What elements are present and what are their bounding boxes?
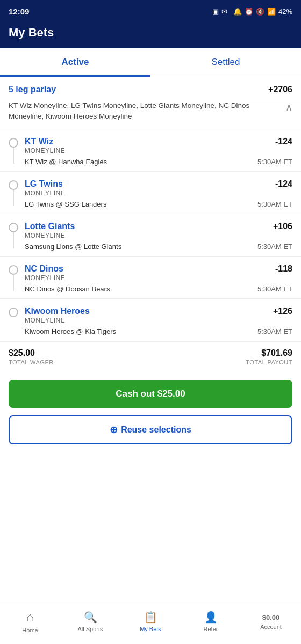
nav-item-my-bets[interactable]: 📋 My Bets xyxy=(120,611,181,632)
bet-item-3: NC Dinos -118 MONEYLINE NC Dinos @ Doosa… xyxy=(0,257,301,299)
battery-percent: 42% xyxy=(278,8,292,16)
bet-type-4: MONEYLINE xyxy=(25,317,292,324)
search-icon: 🔍 xyxy=(84,611,97,624)
wager-col: $25.00 TOTAL WAGER xyxy=(9,348,54,365)
bet-odds-0: -124 xyxy=(275,137,292,147)
bet-time-4: 5:30AM ET xyxy=(257,327,292,335)
reuse-selections-button[interactable]: ⊕ Reuse selections xyxy=(9,415,292,444)
bet-content-3: NC Dinos -118 MONEYLINE NC Dinos @ Doosa… xyxy=(25,264,292,293)
nav-item-home[interactable]: ⌂ Home xyxy=(0,610,60,633)
bet-connector-4 xyxy=(9,306,18,317)
bet-item-0: KT Wiz -124 MONEYLINE KT Wiz @ Hanwha Ea… xyxy=(0,129,301,172)
cashout-button[interactable]: Cash out $25.00 xyxy=(9,380,292,408)
total-wager-label: TOTAL WAGER xyxy=(9,359,54,365)
bet-matchup-2: Samsung Lions @ Lotte Giants xyxy=(25,243,121,251)
bet-item-4: Kiwoom Heroes +126 MONEYLINE Kiwoom Hero… xyxy=(0,299,301,341)
bet-odds-4: +126 xyxy=(273,306,292,316)
bet-type-1: MONEYLINE xyxy=(25,189,292,197)
status-icons: ▣ ✉ 🔔 ⏰ 🔇 📶 42% xyxy=(212,8,292,16)
total-payout-amount: $701.69 xyxy=(261,348,292,358)
bet-time-1: 5:30AM ET xyxy=(257,200,292,208)
nav-item-all-sports[interactable]: 🔍 All Sports xyxy=(60,611,120,632)
nav-item-refer[interactable]: 👤 Refer xyxy=(181,611,241,632)
parlay-odds: +2706 xyxy=(268,85,292,94)
refer-icon: 👤 xyxy=(204,611,218,624)
bet-circle-3 xyxy=(9,265,18,275)
bet-top-row-4: Kiwoom Heroes +126 xyxy=(25,306,292,316)
bet-type-2: MONEYLINE xyxy=(25,232,292,239)
tabs-container: Active Settled xyxy=(0,48,301,77)
plus-icon: ⊕ xyxy=(110,424,118,436)
bet-team-1: LG Twins xyxy=(25,179,63,189)
bet-team-2: Lotte Giants xyxy=(25,222,75,231)
bet-type-3: MONEYLINE xyxy=(25,274,292,282)
bet-connector-0 xyxy=(9,137,18,164)
battery-label: 🔔 xyxy=(233,8,242,16)
bet-time-2: 5:30AM ET xyxy=(257,243,292,251)
bet-matchup-row-4: Kiwoom Heroes @ Kia Tigers 5:30AM ET xyxy=(25,327,292,335)
bet-content-4: Kiwoom Heroes +126 MONEYLINE Kiwoom Hero… xyxy=(25,306,292,335)
account-icon: $0.00 xyxy=(262,613,280,621)
tab-settled[interactable]: Settled xyxy=(150,48,301,77)
bet-line-2 xyxy=(13,232,14,248)
bet-matchup-1: LG Twins @ SSG Landers xyxy=(25,200,106,208)
nav-label-refer: Refer xyxy=(204,626,218,632)
bet-top-row-0: KT Wiz -124 xyxy=(25,137,292,147)
bet-circle-4 xyxy=(9,308,18,317)
reuse-label: Reuse selections xyxy=(121,425,191,435)
page-title: My Bets xyxy=(9,26,292,40)
bet-odds-1: -124 xyxy=(275,179,292,189)
bet-top-row-1: LG Twins -124 xyxy=(25,179,292,189)
bet-circle-1 xyxy=(9,180,18,190)
status-bar: 12:09 ▣ ✉ 🔔 ⏰ 🔇 📶 42% xyxy=(0,0,301,21)
bet-matchup-row-1: LG Twins @ SSG Landers 5:30AM ET xyxy=(25,200,292,208)
parlay-title: 5 leg parlay xyxy=(9,85,56,94)
payout-col: $701.69 TOTAL PAYOUT xyxy=(246,348,292,365)
bet-connector-1 xyxy=(9,179,18,206)
bet-top-row-3: NC Dinos -118 xyxy=(25,264,292,274)
wifi-icon: 📶 xyxy=(267,8,276,16)
bet-circle-0 xyxy=(9,138,18,148)
bet-line-1 xyxy=(13,190,14,206)
nav-label-all-sports: All Sports xyxy=(77,626,103,632)
sim-icon: ▣ xyxy=(212,8,219,16)
status-time: 12:09 xyxy=(9,7,29,16)
bet-odds-2: +106 xyxy=(273,222,292,231)
bet-item-1: LG Twins -124 MONEYLINE LG Twins @ SSG L… xyxy=(0,172,301,214)
bet-matchup-row-2: Samsung Lions @ Lotte Giants 5:30AM ET xyxy=(25,243,292,251)
bet-line-0 xyxy=(13,148,14,164)
my-bets-icon: 📋 xyxy=(144,611,157,624)
total-wager-amount: $25.00 xyxy=(9,348,54,358)
bet-footer: $25.00 TOTAL WAGER $701.69 TOTAL PAYOUT xyxy=(0,341,301,372)
nav-label-my-bets: My Bets xyxy=(140,626,161,632)
bet-matchup-3: NC Dinos @ Doosan Bears xyxy=(25,285,110,293)
bet-connector-3 xyxy=(9,264,18,291)
bet-matchup-4: Kiwoom Heroes @ Kia Tigers xyxy=(25,327,116,335)
chevron-up-icon[interactable]: ∧ xyxy=(285,101,292,113)
bottom-nav: ⌂ Home 🔍 All Sports 📋 My Bets 👤 Refer $0… xyxy=(0,605,301,644)
bet-matchup-row-0: KT Wiz @ Hanwha Eagles 5:30AM ET xyxy=(25,158,292,166)
alarm-icon: ⏰ xyxy=(245,8,253,16)
bet-matchup-row-3: NC Dinos @ Doosan Bears 5:30AM ET xyxy=(25,285,292,293)
bet-type-0: MONEYLINE xyxy=(25,147,292,155)
mail-icon: ✉ xyxy=(221,8,227,16)
bet-team-4: Kiwoom Heroes xyxy=(25,306,90,316)
tab-active[interactable]: Active xyxy=(0,48,150,77)
bet-content-1: LG Twins -124 MONEYLINE LG Twins @ SSG L… xyxy=(25,179,292,208)
bet-team-0: KT Wiz xyxy=(25,137,53,147)
bet-team-3: NC Dinos xyxy=(25,264,63,274)
nav-label-home: Home xyxy=(22,627,38,633)
total-payout-label: TOTAL PAYOUT xyxy=(246,359,292,365)
bet-top-row-2: Lotte Giants +106 xyxy=(25,222,292,231)
bet-list: KT Wiz -124 MONEYLINE KT Wiz @ Hanwha Ea… xyxy=(0,129,301,341)
nav-label-account: Account xyxy=(260,624,282,630)
bet-odds-3: -118 xyxy=(275,264,292,274)
parlay-desc-row: KT Wiz Moneyline, LG Twins Moneyline, Lo… xyxy=(0,100,301,129)
nav-item-account[interactable]: $0.00 Account xyxy=(241,613,301,630)
parlay-header: 5 leg parlay +2706 xyxy=(0,77,301,100)
parlay-description: KT Wiz Moneyline, LG Twins Moneyline, Lo… xyxy=(9,100,281,122)
home-icon: ⌂ xyxy=(26,610,34,625)
bet-line-3 xyxy=(13,275,14,291)
bet-item-2: Lotte Giants +106 MONEYLINE Samsung Lion… xyxy=(0,214,301,257)
bet-time-0: 5:30AM ET xyxy=(257,158,292,166)
